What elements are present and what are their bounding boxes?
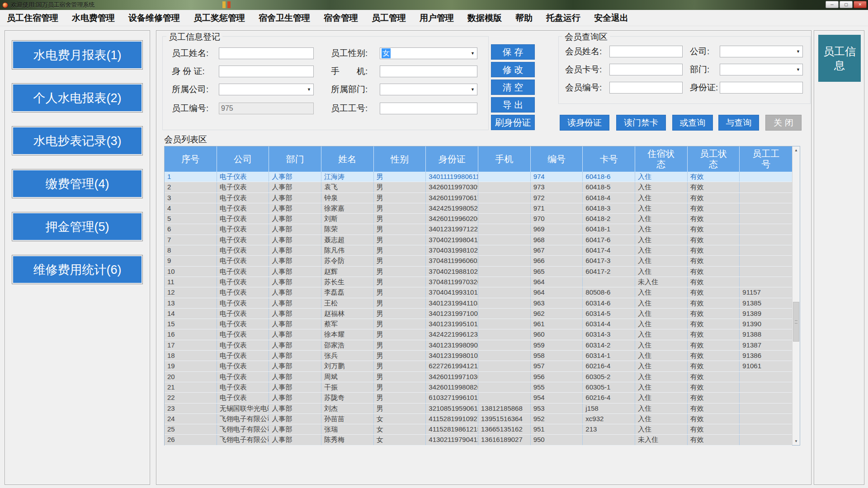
table-row[interactable]: 23无锡国联华光电站...人事部刘杰男3210851959061318...13… xyxy=(165,404,792,414)
employee-idcard-input[interactable] xyxy=(219,66,314,77)
table-row[interactable]: 21电子仪表人事部干振男3426011998082002...95560305-… xyxy=(165,382,792,393)
table-row[interactable]: 8电子仪表人事部陈凡伟男3704031998102841...96760417-… xyxy=(165,245,792,256)
table-row[interactable]: 2电子仪表人事部袁飞男3426011997030946...97360418-5… xyxy=(165,182,792,192)
employee-mobile-input[interactable] xyxy=(380,66,477,77)
cell: 953 xyxy=(531,404,583,413)
cell: 3704031998102841... xyxy=(426,245,478,255)
cell: 赵辉 xyxy=(321,267,374,277)
cell: 男 xyxy=(374,172,426,182)
table-row[interactable]: 26飞翎电子有限公司人事部陈秀梅女4130211979041219...1361… xyxy=(165,435,792,445)
export-button[interactable]: 导 出 xyxy=(491,97,535,113)
member-card-input[interactable] xyxy=(609,64,683,75)
sidebar-button-6[interactable]: 维修费用统计(6) xyxy=(12,255,143,284)
read-idcard-query-button[interactable]: 读身份证 xyxy=(560,115,609,131)
table-row[interactable]: 12电子仪表人事部李磊磊男3704041993101250...96480508… xyxy=(165,287,792,298)
table-row[interactable]: 24飞翎电子有限公司人事部孙苗苗女4115281991092729...1395… xyxy=(165,414,792,424)
employee-department-combo[interactable]: ▼ xyxy=(380,84,477,95)
sidebar-button-1[interactable]: 水电费月报表(1) xyxy=(12,40,143,70)
table-row[interactable]: 25飞翎电子有限公司人事部张瑞女4115281986121529...13665… xyxy=(165,424,792,435)
save-button[interactable]: 保 存 xyxy=(491,44,535,60)
member-table: 序号公司部门姓名性别身份证手机编号卡号住宿状 态员工状 态员工工 号 1电子仪表… xyxy=(164,146,800,446)
menu-item-4[interactable]: 员工奖惩管理 xyxy=(187,10,252,26)
sidebar-button-2[interactable]: 个人水电报表(2) xyxy=(12,83,143,113)
sidebar-button-5[interactable]: 押金管理(5) xyxy=(12,212,143,241)
query-department-combo[interactable]: ▼ xyxy=(720,64,803,75)
app-icon xyxy=(2,2,8,8)
table-row[interactable]: 5电子仪表人事部刘斯男3426011996020671...97060418-2… xyxy=(165,214,792,224)
query-idcard-input[interactable] xyxy=(720,82,803,94)
employee-name-input[interactable] xyxy=(219,47,314,59)
table-row[interactable]: 9电子仪表人事部苏令防男3704811996060238...96660417-… xyxy=(165,256,792,266)
table-row[interactable]: 17电子仪表人事部邵家浩男3401231998090820...95960314… xyxy=(165,340,792,351)
employee-workno-input[interactable] xyxy=(380,103,477,114)
cell: 入住 xyxy=(635,287,688,297)
member-no-input[interactable] xyxy=(609,82,683,94)
cell: 5 xyxy=(165,214,217,224)
table-row[interactable]: 14电子仪表人事部赵福林男3401231997100572...96260314… xyxy=(165,309,792,319)
menu-item-1[interactable]: 员工住宿管理 xyxy=(0,10,65,26)
table-scrollbar[interactable]: ▲ ▼ xyxy=(792,146,800,445)
minimize-button[interactable]: ─ xyxy=(826,1,839,8)
scroll-down-icon[interactable]: ▼ xyxy=(793,437,800,445)
table-row[interactable]: 3电子仪表人事部钟泉男3426011997061753...97260418-4… xyxy=(165,193,792,203)
table-row[interactable]: 18电子仪表人事部张兵男3401231998010348...95860314-… xyxy=(165,351,792,361)
read-doorcard-button[interactable]: 读门禁卡 xyxy=(616,115,666,131)
modify-button[interactable]: 修 改 xyxy=(491,62,535,77)
menu-item-10[interactable]: 帮助 xyxy=(509,10,539,26)
table-row[interactable]: 13电子仪表人事部王松男3401231994110848...96360314-… xyxy=(165,298,792,309)
cell: 飞翎电子有限公司 xyxy=(217,435,269,445)
cell: 60417-3 xyxy=(583,256,635,266)
employee-gender-combo[interactable]: 女 ▼ xyxy=(380,47,477,59)
menu-item-6[interactable]: 宿舍管理 xyxy=(317,10,365,26)
sidebar-button-4[interactable]: 缴费管理(4) xyxy=(12,169,143,198)
cell: 人事部 xyxy=(269,172,321,182)
menu-item-8[interactable]: 用户管理 xyxy=(413,10,461,26)
or-query-button[interactable]: 或查询 xyxy=(672,115,713,131)
cell: 有效 xyxy=(688,214,740,224)
menu-item-12[interactable]: 安全退出 xyxy=(587,10,635,26)
query-company-combo[interactable]: ▼ xyxy=(720,46,803,57)
menu-item-9[interactable]: 数据模版 xyxy=(461,10,509,26)
cell: 男 xyxy=(374,404,426,413)
cell: 人事部 xyxy=(269,393,321,403)
menu-item-2[interactable]: 水电费管理 xyxy=(65,10,122,26)
cell: 人事部 xyxy=(269,193,321,203)
table-row[interactable]: 1电子仪表人事部江海涛男3401111998061105...97460418-… xyxy=(165,172,792,182)
cell: 男 xyxy=(374,393,426,403)
scrollbar-thumb[interactable] xyxy=(793,302,799,342)
member-name-input[interactable] xyxy=(609,46,683,57)
cell: 3426011997103040... xyxy=(426,372,478,382)
cell: 电子仪表 xyxy=(217,351,269,361)
cell: 男 xyxy=(374,224,426,234)
table-row[interactable]: 4电子仪表人事部徐家嘉男3424251998052705...97160418-… xyxy=(165,203,792,214)
cell: 23 xyxy=(165,404,217,413)
table-row[interactable]: 11电子仪表人事部苏长生男3704811997032038...964未入住有效 xyxy=(165,277,792,287)
scroll-up-icon[interactable]: ▲ xyxy=(793,146,800,154)
table-row[interactable]: 16电子仪表人事部徐本耀男3424221996123052...96060314… xyxy=(165,329,792,340)
maximize-button[interactable]: ▢ xyxy=(840,1,853,8)
clear-button[interactable]: 清 空 xyxy=(491,80,535,95)
menu-item-7[interactable]: 员工管理 xyxy=(365,10,413,26)
table-row[interactable]: 6电子仪表人事部陈荣男3401231997122516...96960418-1… xyxy=(165,224,792,235)
table-row[interactable]: 7电子仪表人事部聂志超男3704021998041453...96860417-… xyxy=(165,235,792,245)
cell xyxy=(740,193,792,203)
read-idcard-button[interactable]: 刷身份证 xyxy=(491,115,535,130)
table-row[interactable]: 15电子仪表人事部蔡军男3401231995101562...96160314-… xyxy=(165,319,792,329)
employee-company-combo[interactable]: ▼ xyxy=(219,84,314,95)
menu-item-5[interactable]: 宿舍卫生管理 xyxy=(252,10,317,26)
cell xyxy=(740,382,792,392)
menu-item-3[interactable]: 设备维修管理 xyxy=(122,10,187,26)
cell: 电子仪表 xyxy=(217,287,269,297)
menu-item-11[interactable]: 托盘运行 xyxy=(539,10,587,26)
table-row[interactable]: 19电子仪表人事部刘万鹏男6227261994121530...95760216… xyxy=(165,361,792,371)
cell: 电子仪表 xyxy=(217,309,269,319)
employee-info-button[interactable]: 员工信息 xyxy=(818,35,861,82)
table-row[interactable]: 10电子仪表人事部赵辉男3704021988102453...96560417-… xyxy=(165,267,792,277)
sidebar-button-3[interactable]: 水电抄表记录(3) xyxy=(12,126,143,155)
table-row[interactable]: 20电子仪表人事部周斌男3426011997103040...95660305-… xyxy=(165,372,792,382)
cell: 213 xyxy=(583,424,635,434)
table-row[interactable]: 22电子仪表人事部苏陇奇男6103271996101234...95460216… xyxy=(165,393,792,403)
close-button[interactable]: ✕ xyxy=(854,1,867,8)
close-query-button[interactable]: 关 闭 xyxy=(765,115,802,131)
and-query-button[interactable]: 与查询 xyxy=(718,115,759,131)
